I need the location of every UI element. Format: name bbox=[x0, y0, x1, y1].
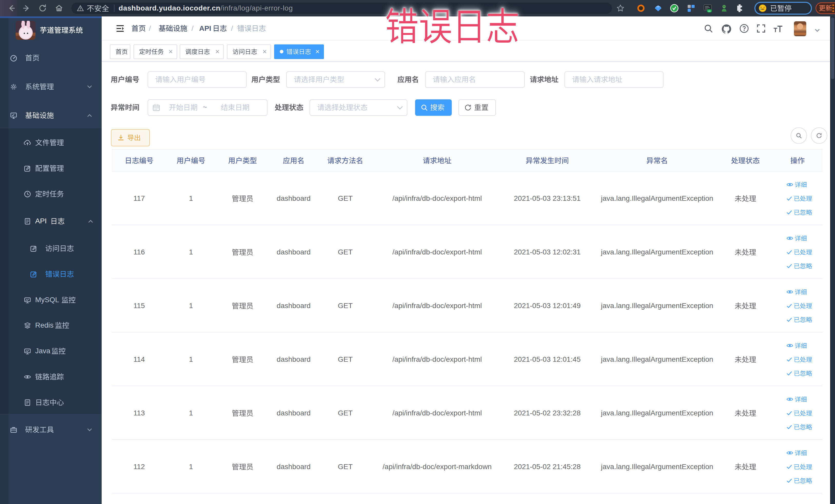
svg-text:on: on bbox=[708, 10, 711, 12]
